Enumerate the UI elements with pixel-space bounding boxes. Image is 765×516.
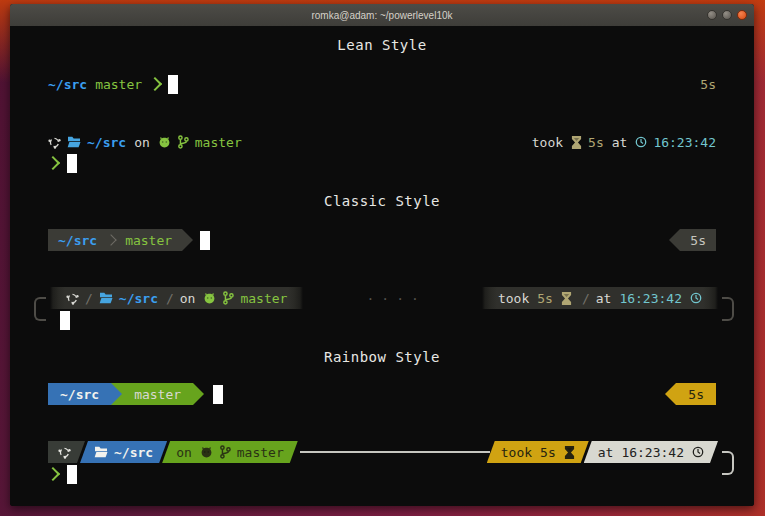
powerline-arrow-icon	[111, 383, 122, 405]
clock-icon	[635, 136, 647, 148]
took-word: took	[501, 445, 532, 460]
segment-bar-right: took 5s / at 16:23:42	[482, 287, 718, 309]
powerline-segment-dir-git: ~/src master	[48, 229, 182, 251]
prompt-chevron-icon	[46, 156, 60, 170]
prompt-frame-right	[722, 451, 734, 475]
close-button[interactable]	[737, 10, 747, 20]
folder-icon	[99, 292, 113, 304]
folder-icon	[67, 136, 81, 148]
git-branch-label: master	[195, 135, 242, 150]
rainbow-twoline-prompt: ~/src on master took 5s	[48, 441, 734, 485]
lean-twoline-prompt-line2	[48, 152, 716, 174]
lean-heading: Lean Style	[337, 37, 426, 53]
window-title: romka@adam: ~/powerlevel10k	[311, 10, 452, 21]
slash-separator: /	[85, 291, 93, 306]
git-branch-label: master	[125, 233, 172, 248]
block-cursor	[60, 311, 70, 330]
git-branch-label: master	[95, 77, 142, 92]
hourglass-icon	[571, 136, 582, 149]
time-label: 16:23:42	[621, 445, 684, 460]
git-segment: master	[122, 383, 193, 405]
ubuntu-logo-icon	[66, 292, 79, 305]
git-branch-icon	[219, 445, 231, 459]
window-controls	[707, 4, 747, 26]
git-branch-label: master	[237, 445, 284, 460]
git-branch-label: master	[134, 387, 181, 402]
classic-twoline-line1: / ~/src / on master ···· too	[50, 287, 718, 309]
rainbow-oneline-prompt: ~/src master 5s	[48, 383, 716, 405]
classic-oneline-prompt: ~/src master 5s	[48, 229, 716, 251]
on-word: on	[176, 445, 192, 460]
at-word: at	[612, 135, 628, 150]
duration-segment: 5s	[676, 383, 716, 405]
block-cursor	[168, 75, 178, 94]
folder-icon	[94, 446, 108, 458]
thin-separator-icon	[105, 234, 116, 245]
block-cursor	[200, 231, 210, 250]
block-cursor	[67, 154, 77, 173]
prompt-chevron-icon	[148, 77, 162, 91]
github-octocat-icon	[200, 446, 213, 459]
prompt-chevron-icon	[46, 467, 60, 481]
clock-icon	[690, 292, 702, 304]
powerline-arrow-icon	[669, 229, 680, 251]
os-segment	[48, 441, 85, 463]
rainbow-heading-row: Rainbow Style	[48, 346, 716, 368]
clock-icon	[692, 446, 704, 458]
lean-oneline-prompt: ~/src master 5s	[48, 73, 716, 95]
current-dir-label: ~/src	[119, 291, 158, 306]
terminal-screen[interactable]: Lean Style ~/src master 5s ~/src on	[10, 26, 754, 506]
git-segment: on master	[162, 441, 298, 463]
classic-heading: Classic Style	[324, 193, 440, 209]
powerline-arrow-icon	[182, 229, 193, 251]
prompt-frame-right	[722, 297, 734, 321]
on-word: on	[180, 291, 196, 306]
current-dir-label: ~/src	[58, 233, 97, 248]
ubuntu-logo-icon	[48, 136, 61, 149]
powerline-arrow-icon	[665, 383, 676, 405]
dir-segment: ~/src	[48, 383, 111, 405]
powerline-segment-duration: 5s	[680, 229, 716, 251]
prompt-frame-left	[34, 297, 46, 321]
classic-twoline-prompt: / ~/src / on master ···· too	[34, 287, 734, 331]
current-dir-label: ~/src	[48, 77, 87, 92]
powerline-arrow-icon	[193, 383, 204, 405]
line-connector	[300, 451, 490, 453]
time-segment: at 16:23:42	[584, 441, 718, 463]
took-word: took	[532, 135, 563, 150]
at-word: at	[596, 291, 612, 306]
current-dir-label: ~/src	[60, 387, 99, 402]
on-word: on	[134, 135, 150, 150]
slash-separator: /	[582, 291, 590, 306]
dotted-connector: ····	[303, 291, 482, 306]
duration-label: 5s	[540, 445, 556, 460]
classic-heading-row: Classic Style	[48, 190, 716, 212]
hourglass-icon	[564, 446, 575, 459]
block-cursor	[213, 385, 223, 404]
rainbow-twoline-line2	[48, 463, 718, 485]
segment-bar-left: / ~/src / on master	[50, 287, 303, 309]
minimize-button[interactable]	[707, 10, 717, 20]
classic-twoline-line2	[60, 309, 718, 331]
took-word: took	[498, 291, 529, 306]
duration-label: 5s	[588, 135, 604, 150]
lean-twoline-prompt-line1: ~/src on master took 5s at 16:23:42	[48, 131, 716, 153]
current-dir-label: ~/src	[114, 445, 153, 460]
rainbow-twoline-line1: ~/src on master took 5s	[48, 441, 718, 463]
window-titlebar[interactable]: romka@adam: ~/powerlevel10k	[10, 4, 754, 27]
duration-label: 5s	[537, 291, 553, 306]
at-word: at	[598, 445, 614, 460]
maximize-button[interactable]	[722, 10, 732, 20]
git-branch-icon	[222, 291, 234, 305]
hourglass-icon	[561, 292, 572, 305]
duration-label: 5s	[700, 77, 716, 92]
dir-segment: ~/src	[80, 441, 167, 463]
rainbow-heading: Rainbow Style	[324, 349, 440, 365]
block-cursor	[67, 465, 77, 484]
ubuntu-logo-icon	[58, 446, 71, 459]
git-branch-label: master	[240, 291, 287, 306]
time-label: 16:23:42	[619, 291, 682, 306]
time-label: 16:23:42	[653, 135, 716, 150]
terminal-window: romka@adam: ~/powerlevel10k Lean Style ~…	[10, 4, 754, 506]
duration-label: 5s	[688, 387, 704, 402]
